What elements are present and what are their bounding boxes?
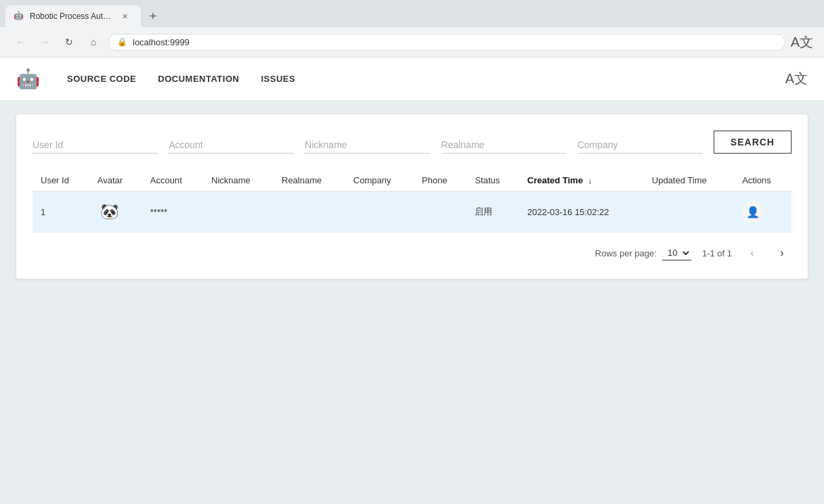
cell-company [345, 191, 414, 233]
home-button[interactable]: ⌂ [84, 32, 103, 51]
table-row: 1 🐼 ***** 启用 2022-03-16 15:02:22 👤 [32, 191, 792, 233]
col-updated-time: Updated Time [644, 170, 734, 191]
account-input[interactable] [169, 137, 294, 154]
tab-favicon-icon: 🤖 [14, 11, 24, 22]
search-form: SEARCH [32, 131, 792, 154]
tab-bar: 🤖 Robotic Process Automation T ✕ + [0, 0, 824, 27]
col-nickname: Nickname [203, 170, 274, 191]
user-table: User Id Avatar Account Nickname Realname… [32, 170, 792, 233]
rows-per-page-control: Rows per page: 10 25 50 [595, 246, 691, 260]
page-info: 1-1 of 1 [702, 248, 732, 258]
address-bar: ← → ↻ ⌂ 🔒 localhost:9999 A文 [0, 27, 824, 57]
table-body: 1 🐼 ***** 启用 2022-03-16 15:02:22 👤 [32, 191, 792, 233]
rows-per-page-label: Rows per page: [595, 248, 657, 258]
user-id-field [32, 137, 158, 154]
forward-button[interactable]: → [35, 32, 54, 51]
col-avatar: Avatar [89, 170, 142, 191]
company-input[interactable] [578, 137, 703, 154]
translate-button[interactable]: A文 [791, 33, 813, 51]
realname-input[interactable] [441, 137, 567, 154]
col-realname: Realname [274, 170, 345, 191]
back-button[interactable]: ← [11, 32, 30, 51]
nav-link-issues[interactable]: ISSUES [261, 74, 295, 84]
action-user-icon: 👤 [746, 206, 760, 219]
cell-account: ***** [142, 191, 203, 233]
cell-user-id: 1 [32, 191, 89, 233]
realname-field [441, 137, 567, 154]
col-account: Account [142, 170, 203, 191]
tab-title: Robotic Process Automation T [30, 12, 114, 21]
lock-icon: 🔒 [117, 37, 127, 47]
url-bar[interactable]: 🔒 localhost:9999 [108, 34, 785, 51]
sort-arrow-icon: ↓ [588, 177, 592, 185]
app-header: 🤖 SOURCE CODE DOCUMENTATION ISSUES A文 [0, 58, 824, 101]
account-field [169, 137, 294, 154]
cell-avatar: 🐼 [89, 191, 142, 233]
user-id-input[interactable] [32, 137, 158, 154]
nickname-input[interactable] [305, 137, 430, 154]
nav-link-source-code[interactable]: SOURCE CODE [67, 74, 136, 84]
browser-tab-active[interactable]: 🤖 Robotic Process Automation T ✕ [5, 5, 141, 27]
url-text: localhost:9999 [133, 37, 190, 47]
avatar: 🐼 [97, 200, 122, 224]
main-nav: SOURCE CODE DOCUMENTATION ISSUES [67, 74, 295, 84]
prev-page-button[interactable]: ‹ [743, 244, 762, 262]
cell-nickname [203, 191, 274, 233]
col-phone: Phone [414, 170, 467, 191]
app-logo-icon: 🤖 [16, 68, 40, 90]
pagination: Rows per page: 10 25 50 1-1 of 1 ‹ › [32, 244, 792, 262]
cell-actions: 👤 [734, 191, 792, 233]
next-page-button[interactable]: › [773, 244, 792, 262]
reload-button[interactable]: ↻ [60, 32, 79, 51]
main-content: SEARCH User Id Avatar Account Nickname R… [0, 101, 824, 292]
col-created-time[interactable]: Created Time ↓ [519, 170, 644, 191]
col-company: Company [345, 170, 414, 191]
search-button[interactable]: SEARCH [714, 131, 792, 154]
action-button[interactable]: 👤 [742, 201, 764, 223]
cell-realname [274, 191, 345, 233]
col-status: Status [467, 170, 519, 191]
nav-link-documentation[interactable]: DOCUMENTATION [158, 74, 239, 84]
user-management-card: SEARCH User Id Avatar Account Nickname R… [16, 114, 808, 279]
cell-status: 启用 [467, 191, 519, 233]
translate-icon[interactable]: A文 [785, 70, 808, 88]
cell-phone [414, 191, 467, 233]
browser-chrome: 🤖 Robotic Process Automation T ✕ + ← → ↻… [0, 0, 824, 58]
cell-updated-time [644, 191, 734, 233]
tab-close-button[interactable]: ✕ [119, 11, 130, 22]
new-tab-button[interactable]: + [144, 7, 162, 26]
col-user-id: User Id [32, 170, 89, 191]
nickname-field [305, 137, 430, 154]
table-header: User Id Avatar Account Nickname Realname… [32, 170, 792, 191]
cell-created-time: 2022-03-16 15:02:22 [519, 191, 644, 233]
company-field [578, 137, 703, 154]
col-actions: Actions [734, 170, 792, 191]
rows-per-page-select[interactable]: 10 25 50 [662, 246, 691, 260]
